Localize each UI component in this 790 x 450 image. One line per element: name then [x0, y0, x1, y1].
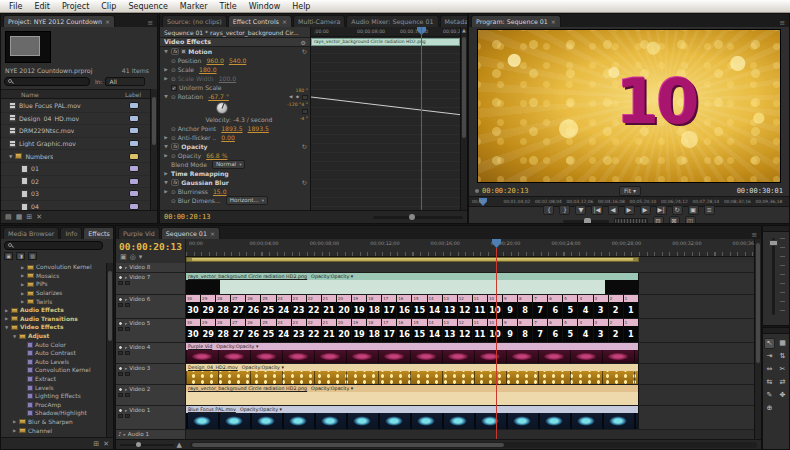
- number-clip-28[interactable]: 2828: [216, 319, 231, 342]
- track-header-video-3[interactable]: ▸Video 3: [116, 364, 186, 384]
- list-view-icon[interactable]: ▤: [5, 213, 12, 221]
- stopwatch-icon[interactable]: ⊙: [171, 189, 176, 195]
- number-clip-9[interactable]: 99: [503, 319, 518, 342]
- twirl-arrow-icon[interactable]: ▼: [163, 144, 169, 149]
- number-clip-4[interactable]: 44: [578, 295, 593, 318]
- number-clip-19[interactable]: 1919: [352, 319, 367, 342]
- tree-arrow-icon[interactable]: ▶: [4, 316, 9, 321]
- find-in-dropdown[interactable]: All: [105, 77, 145, 86]
- stopwatch-icon[interactable]: ⊙: [171, 198, 176, 204]
- lock-icon[interactable]: [118, 351, 123, 355]
- slide-tool[interactable]: ⇄: [777, 377, 788, 388]
- number-clip-8[interactable]: 88: [518, 319, 533, 342]
- number-clip-29[interactable]: 2929: [201, 295, 216, 318]
- label-chip[interactable]: [129, 115, 139, 122]
- timeline-tab-sequence-01[interactable]: Sequence 01×: [161, 227, 220, 239]
- toggle-track-output-icon[interactable]: [118, 265, 123, 270]
- label-chip[interactable]: [129, 203, 139, 210]
- toggle-track-output-icon[interactable]: [118, 275, 123, 280]
- shuttle-slider[interactable]: [563, 220, 609, 223]
- tree-arrow-icon[interactable]: ▶: [20, 291, 25, 296]
- keyframe-display-icon[interactable]: [125, 303, 130, 307]
- accelerated-effects-filter-icon[interactable]: ▣: [4, 252, 13, 260]
- menu-file[interactable]: File: [3, 2, 28, 11]
- ec-dropdown[interactable]: Horizont...▾: [226, 196, 268, 205]
- number-clip-26[interactable]: 2626: [246, 319, 261, 342]
- graph-expand-icon[interactable]: [302, 109, 308, 114]
- track-expand-icon[interactable]: ▸: [125, 275, 127, 280]
- lock-icon[interactable]: [118, 414, 123, 418]
- clip-rays-vector-background-circle-radiation-hd2-png[interactable]: rays_vector_background Circle radiation …: [186, 273, 639, 294]
- mark-out-icon[interactable]: }: [559, 205, 570, 215]
- reset-icon[interactable]: ↻: [302, 48, 307, 56]
- project-item-blue-focus-pal-mov[interactable]: Blue Focus PAL.mov: [1, 100, 150, 113]
- number-clip-25[interactable]: 2525: [261, 319, 276, 342]
- column-label[interactable]: Label: [125, 91, 141, 98]
- project-item-drm229ntsc-mov[interactable]: DRM229Ntsc.mov: [1, 125, 150, 138]
- mark-in-icon[interactable]: {: [543, 205, 554, 215]
- number-clip-24[interactable]: 2424: [277, 295, 292, 318]
- track-lane-video-2[interactable]: rays_vector_background Circle radiation …: [186, 385, 754, 405]
- number-clip-2[interactable]: 22: [609, 295, 624, 318]
- number-clip-22[interactable]: 2222: [307, 295, 322, 318]
- extract-icon[interactable]: ⊠: [669, 216, 680, 224]
- track-lane-video-3[interactable]: Design_04_HD2.movOpacity:Opacity ▾: [186, 364, 754, 384]
- new-bin-icon[interactable]: ⊞: [26, 213, 32, 221]
- step-forward-icon[interactable]: ▶: [640, 205, 651, 215]
- track-select-tool[interactable]: ▦: [777, 338, 788, 349]
- meter-slider-thumb[interactable]: [769, 240, 778, 246]
- label-chip[interactable]: [129, 127, 139, 134]
- number-clip-16[interactable]: 1616: [397, 295, 412, 318]
- number-clip-7[interactable]: 77: [533, 319, 548, 342]
- effects-tree-blur-sharpen[interactable]: ▶Blur & Sharpen: [1, 418, 105, 427]
- label-chip[interactable]: [129, 102, 139, 109]
- ec-value[interactable]: 540.0: [229, 57, 246, 64]
- timeline-ruler[interactable]: 00;0000;00;04;0000;00;08;0000;00;12;0000…: [186, 239, 754, 257]
- track-lane-video-1[interactable]: Blue Focus PAL.movOpacity:Opacity ▾: [186, 406, 754, 429]
- clip-opacity-badge[interactable]: Opacity:Opacity ▾: [311, 274, 353, 279]
- menu-project[interactable]: Project: [56, 2, 95, 11]
- track-header-video-8[interactable]: ▸Video 8: [116, 263, 186, 272]
- number-clip-13[interactable]: 1313: [443, 295, 458, 318]
- toggle-track-output-icon[interactable]: [118, 387, 123, 392]
- project-item-numbers[interactable]: ▼Numbers: [1, 150, 150, 163]
- menu-sequence[interactable]: Sequence: [122, 2, 173, 11]
- project-item-light-graphic-mov[interactable]: Light Graphic.mov: [1, 138, 150, 151]
- program-zoom-dropdown[interactable]: Fit ▾: [619, 186, 641, 196]
- program-tab-close-icon[interactable]: ×: [551, 18, 556, 25]
- lock-icon[interactable]: [118, 327, 123, 331]
- go-to-out-icon[interactable]: ▶|: [656, 205, 667, 215]
- number-clip-23[interactable]: 2323: [292, 319, 307, 342]
- number-clip-16[interactable]: 1616: [397, 319, 412, 342]
- number-clip-20[interactable]: 2020: [337, 319, 352, 342]
- number-clip-18[interactable]: 1818: [367, 295, 382, 318]
- toggle-track-output-icon[interactable]: [118, 408, 123, 413]
- effects-search-input[interactable]: [4, 241, 103, 250]
- track-header-video-2[interactable]: ▸Video 2: [116, 385, 186, 405]
- number-clip-27[interactable]: 2727: [231, 295, 246, 318]
- clip-rays-vector-background-circle-radiation-hd2-png[interactable]: rays_vector_background Circle radiation …: [186, 385, 639, 405]
- clip-opacity-badge[interactable]: Opacity:Opacity ▾: [242, 365, 284, 370]
- label-chip[interactable]: [129, 153, 139, 160]
- effects-tree-procamp[interactable]: ProcAmp: [1, 401, 105, 410]
- menu-clip[interactable]: Clip: [95, 2, 122, 11]
- keyframe-display-icon[interactable]: [125, 393, 130, 397]
- fx-tab-media-browser[interactable]: Media Browser: [3, 227, 59, 239]
- number-clip-26[interactable]: 2626: [246, 295, 261, 318]
- effect-controls-keyframe-area[interactable]: ;00;0000;00;08;0000;00;16;0000;00;24;00 …: [310, 27, 460, 210]
- tree-arrow-icon[interactable]: ▶: [20, 265, 25, 270]
- ec-tab-close-icon[interactable]: ×: [282, 18, 287, 25]
- delete-icon[interactable]: ✕: [103, 440, 109, 448]
- clip-opacity-badge[interactable]: Opacity:Opacity ▾: [311, 386, 353, 391]
- effects-tree-audio-transitions[interactable]: ▶Audio Transitions: [1, 315, 105, 324]
- project-scrollbar[interactable]: [150, 89, 157, 210]
- new-custom-bin-icon[interactable]: ⊞: [93, 440, 99, 448]
- ec-value[interactable]: 15.0: [213, 188, 227, 195]
- effects-tree-convolution-kernel[interactable]: Convolution Kernel: [1, 366, 105, 375]
- clip-opacity-badge[interactable]: Opacity:Opacity ▾: [216, 344, 258, 349]
- tree-arrow-icon[interactable]: ▶: [12, 419, 17, 424]
- lock-icon[interactable]: [118, 393, 123, 397]
- keyframe-display-icon[interactable]: [125, 281, 130, 285]
- twirl-arrow-icon[interactable]: ▶: [163, 171, 169, 176]
- ec-value[interactable]: 1893.5: [221, 125, 242, 132]
